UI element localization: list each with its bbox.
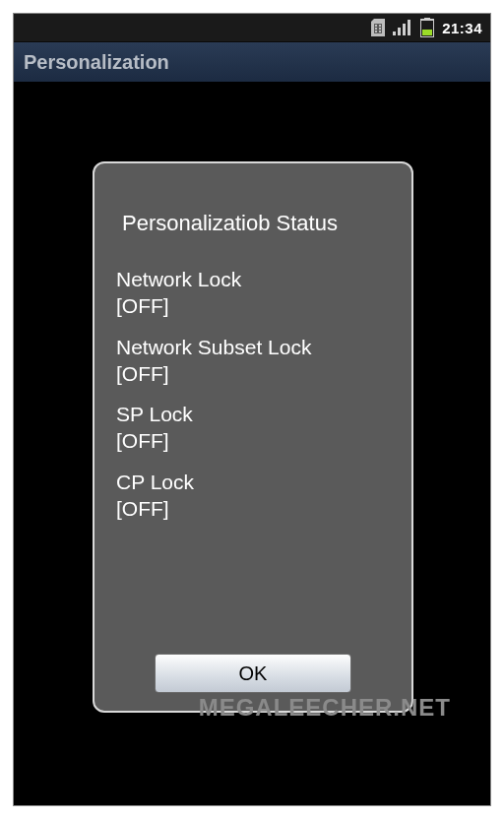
svg-rect-4 [379, 28, 381, 30]
svg-rect-1 [375, 25, 377, 27]
svg-rect-9 [403, 24, 406, 35]
lock-name: Network Subset Lock [116, 334, 390, 360]
lock-name: Network Lock [116, 266, 390, 292]
svg-rect-7 [393, 32, 396, 35]
svg-rect-5 [375, 31, 377, 32]
lock-value: [OFF] [116, 360, 390, 387]
svg-rect-10 [408, 20, 410, 35]
lock-list: Network Lock [OFF] Network Subset Lock [… [116, 266, 390, 654]
lock-value: [OFF] [116, 495, 390, 522]
title-bar: Personalization [14, 41, 490, 83]
ok-button[interactable]: OK [155, 654, 351, 693]
battery-icon [420, 18, 434, 37]
sim-card-icon [371, 19, 385, 36]
lock-name: CP Lock [116, 469, 390, 495]
dialog-title: Personalizatiob Status [116, 211, 390, 236]
clock: 21:34 [442, 20, 482, 36]
lock-value: [OFF] [116, 292, 390, 319]
svg-rect-8 [398, 28, 401, 35]
signal-icon [393, 20, 412, 35]
phone-screen: 21:34 Personalization Personalizatiob St… [13, 13, 491, 806]
list-item: CP Lock [OFF] [116, 469, 390, 523]
svg-rect-13 [422, 30, 432, 35]
list-item: Network Lock [OFF] [116, 266, 390, 320]
lock-value: [OFF] [116, 427, 390, 454]
status-bar: 21:34 [14, 14, 490, 41]
page-title: Personalization [24, 51, 169, 74]
content-area: Personalizatiob Status Network Lock [OFF… [14, 83, 490, 805]
svg-rect-2 [379, 25, 381, 27]
status-dialog: Personalizatiob Status Network Lock [OFF… [93, 161, 413, 713]
svg-rect-6 [379, 31, 381, 32]
svg-rect-3 [375, 28, 377, 30]
lock-name: SP Lock [116, 401, 390, 427]
list-item: SP Lock [OFF] [116, 401, 390, 455]
list-item: Network Subset Lock [OFF] [116, 334, 390, 388]
watermark: MEGALEECHER.NET [199, 694, 451, 722]
